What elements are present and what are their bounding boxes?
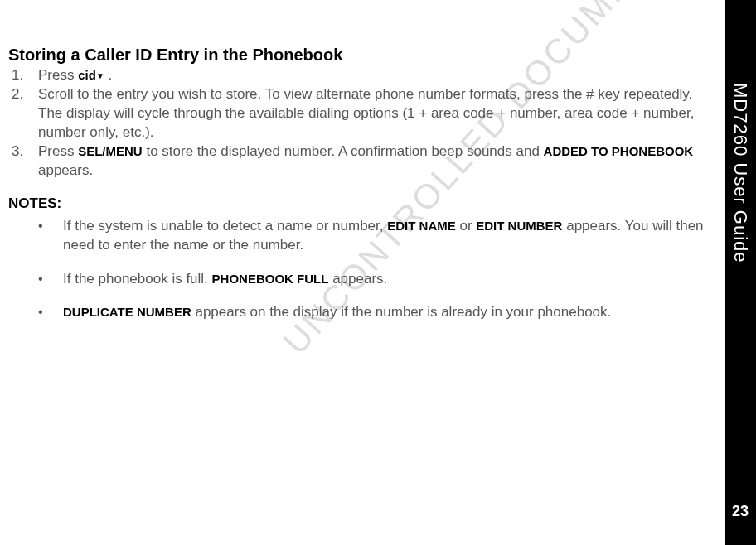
bullet-icon: •: [38, 270, 63, 289]
step-content: Press SEL/MENU to store the displayed nu…: [38, 142, 708, 181]
notes-heading: NOTES:: [8, 195, 708, 212]
note-text-suffix: appears.: [328, 271, 387, 287]
step-content: Press cid▼ .: [38, 66, 708, 85]
step-text-middle: to store the displayed number. A confirm…: [143, 143, 544, 159]
step-2: 2. Scroll to the entry you wish to store…: [8, 85, 708, 142]
bullet-icon: •: [38, 217, 63, 255]
content-area: UNCONTROLLED DOCUMENT Storing a Caller I…: [0, 0, 724, 545]
step-1: 1. Press cid▼ .: [8, 66, 708, 85]
notes-list: • If the system is unable to detect a na…: [38, 217, 708, 323]
steps-list: 1. Press cid▼ . 2. Scroll to the entry y…: [8, 66, 708, 181]
step-number: 1.: [8, 66, 38, 85]
step-text: Press: [38, 143, 78, 159]
note-content: DUPLICATE NUMBER appears on the display …: [63, 303, 708, 322]
edit-number-label: EDIT NUMBER: [476, 219, 562, 233]
note-content: If the system is unable to detect a name…: [63, 217, 708, 255]
note-1: • If the system is unable to detect a na…: [38, 217, 708, 255]
step-text: Press: [38, 67, 78, 83]
page-number: 23: [732, 503, 749, 520]
note-text-middle: or: [456, 218, 477, 234]
step-3: 3. Press SEL/MENU to store the displayed…: [8, 142, 708, 181]
bullet-icon: •: [38, 303, 63, 322]
content-layer: Storing a Caller ID Entry in the Phonebo…: [8, 46, 708, 322]
step-text-suffix: .: [104, 67, 112, 83]
note-3: • DUPLICATE NUMBER appears on the displa…: [38, 303, 708, 322]
right-sidebar: MD7260 User Guide 23: [724, 0, 756, 545]
added-phonebook-label: ADDED TO PHONEBOOK: [544, 144, 694, 158]
phonebook-full-label: PHONEBOOK FULL: [212, 272, 329, 286]
note-text: If the phonebook is full,: [63, 271, 212, 287]
step-number: 2.: [8, 85, 38, 142]
sel-menu-label: SEL/MENU: [78, 144, 143, 158]
guide-title: MD7260 User Guide: [729, 83, 751, 263]
note-content: If the phonebook is full, PHONEBOOK FULL…: [63, 270, 708, 289]
cid-label: cid: [78, 68, 96, 82]
page-container: UNCONTROLLED DOCUMENT Storing a Caller I…: [0, 0, 756, 545]
step-text-suffix: appears.: [38, 162, 93, 178]
step-content: Scroll to the entry you wish to store. T…: [38, 85, 708, 142]
duplicate-number-label: DUPLICATE NUMBER: [63, 305, 191, 319]
note-2: • If the phonebook is full, PHONEBOOK FU…: [38, 270, 708, 289]
step-number: 3.: [8, 142, 38, 181]
edit-name-label: EDIT NAME: [387, 219, 456, 233]
dropdown-icon: ▼: [96, 71, 104, 80]
section-heading: Storing a Caller ID Entry in the Phonebo…: [8, 46, 708, 65]
note-text-suffix: appears on the display if the number is …: [191, 304, 612, 320]
note-text: If the system is unable to detect a name…: [63, 218, 387, 234]
